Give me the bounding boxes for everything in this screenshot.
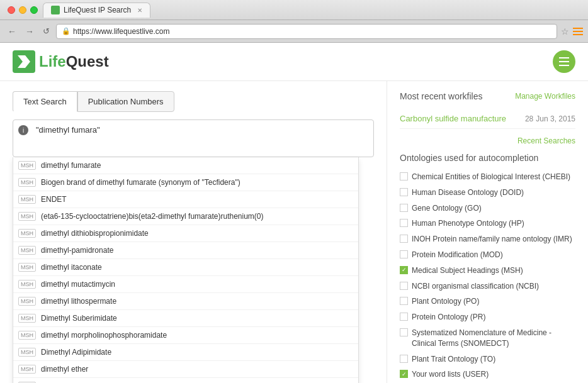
close-window-btn[interactable]: [8, 6, 15, 14]
autocomplete-item-text: (eta6-135-cyclooctatriene)bis(eta2-dimet…: [41, 212, 263, 221]
autocomplete-item[interactable]: MSHdimethyl lithospermate: [13, 293, 358, 310]
autocomplete-item-text: Dimethyl Adipimidate: [41, 348, 111, 357]
autocomplete-item[interactable]: MSHDimethyl Suberimidate: [13, 310, 358, 327]
autocomplete-item[interactable]: MSHdimethyl dithiobispropionimidate: [13, 225, 358, 242]
autocomplete-dropdown: MSHdimethyl fumarateMSHBiogen brand of d…: [13, 157, 359, 383]
reload-button[interactable]: ↺: [40, 25, 52, 37]
ontology-checkbox[interactable]: [400, 235, 408, 243]
autocomplete-item-text: dimethyl mutactimycin: [41, 280, 115, 289]
ontology-item: Human Phenotype Ontology (HP): [400, 216, 575, 231]
ontology-checkbox[interactable]: [400, 370, 408, 378]
autocomplete-item[interactable]: MSH(eta6-135-cyclooctatriene)bis(eta2-di…: [13, 208, 358, 225]
browser-menu-button[interactable]: [573, 28, 583, 35]
logo-icon: [13, 50, 35, 73]
tab-text-search[interactable]: Text Search: [13, 91, 77, 112]
ontology-label: Plant Trait Ontology (TO): [412, 354, 495, 365]
autocomplete-item[interactable]: MSHdimethyl ether: [13, 361, 358, 378]
autocomplete-item[interactable]: MSHDimethyl Adipimidate: [13, 344, 358, 361]
ontologies-title: Ontologies used for autocompletion: [400, 153, 575, 163]
browser-tab[interactable]: LifeQuest IP Search ✕: [43, 3, 150, 18]
autocomplete-item[interactable]: MSHdimethyl morpholinophosphoramidate: [13, 327, 358, 344]
workfile-count: 28: [525, 114, 533, 123]
ontology-item: Protein Modification (MOD): [400, 247, 575, 263]
ontology-label: Plant Ontology (PO): [412, 296, 479, 307]
security-lock-icon: 🔒: [62, 27, 71, 35]
ontology-checkbox[interactable]: [400, 172, 408, 180]
browser-chrome: LifeQuest IP Search ✕ ← → ↺ 🔒 https://ww…: [0, 0, 588, 43]
ontology-checkbox[interactable]: [400, 219, 408, 227]
tab-publication-numbers[interactable]: Publication Numbers: [77, 91, 174, 112]
ontology-item: Plant Ontology (PO): [400, 294, 575, 309]
hamburger-line-2: [559, 61, 569, 62]
autocomplete-item[interactable]: MSHBiogen brand of dimethyl fumarate (sy…: [13, 174, 358, 191]
autocomplete-item[interactable]: MSHENDET: [13, 191, 358, 208]
ontology-checkbox[interactable]: [400, 266, 408, 274]
autocomplete-item-text: Biogen brand of dimethyl fumarate (synon…: [41, 178, 240, 187]
autocomplete-item[interactable]: MSHdimethyl-pamidronate: [13, 242, 358, 259]
msh-badge: MSH: [18, 280, 36, 289]
left-panel: Text Search Publication Numbers i "dimet…: [0, 81, 387, 383]
ontology-item: Plant Trait Ontology (TO): [400, 352, 575, 367]
ontology-item: NCBI organismal classification (NCBI): [400, 279, 575, 294]
search-query-text: "dimethyl fumara": [21, 125, 366, 135]
ontology-item: Gene Ontology (GO): [400, 201, 575, 216]
workfiles-list: Carbonyl sulfide manufacture28Jun 3, 201…: [400, 109, 575, 129]
ontologies-list: Chemical Entities of Biological Interest…: [400, 169, 575, 382]
autocomplete-item[interactable]: MSHdimethyl mutactimycin: [13, 276, 358, 293]
ontology-item: Protein Ontology (PR): [400, 309, 575, 325]
autocomplete-item[interactable]: MSHdimethyl disulfide: [13, 378, 358, 383]
workfile-meta: 28Jun 3, 2015: [525, 114, 575, 123]
address-bar[interactable]: 🔒 https://www.lifequestlive.com: [56, 24, 557, 39]
bookmark-button[interactable]: ☆: [561, 26, 569, 36]
main-layout: Text Search Publication Numbers i "dimet…: [0, 81, 588, 383]
hamburger-line-1: [559, 57, 569, 58]
search-info-icon: i: [18, 125, 28, 135]
ontology-checkbox[interactable]: [400, 250, 408, 258]
ontology-item: Chemical Entities of Biological Interest…: [400, 169, 575, 185]
ontology-item: Human Disease Ontology (DOID): [400, 185, 575, 201]
ontology-checkbox[interactable]: [400, 282, 408, 290]
hamburger-line-3: [559, 65, 569, 66]
ontology-label: Protein Ontology (PR): [412, 312, 485, 323]
autocomplete-item[interactable]: MSHdimethyl itaconate: [13, 259, 358, 276]
site-header: LifeQuest: [0, 43, 588, 81]
autocomplete-item-text: dimethyl dithiobispropionimidate: [41, 229, 149, 238]
maximize-window-btn[interactable]: [30, 6, 38, 14]
workfile-item: Carbonyl sulfide manufacture28Jun 3, 201…: [400, 109, 575, 129]
back-button[interactable]: ←: [5, 25, 19, 38]
page: LifeQuest Text Search Publication Number…: [0, 43, 588, 383]
autocomplete-item-text: ENDET: [41, 195, 67, 204]
ontology-checkbox[interactable]: [400, 297, 408, 305]
forward-button[interactable]: →: [23, 25, 37, 38]
msh-badge: MSH: [18, 263, 36, 272]
msh-badge: MSH: [18, 314, 36, 323]
autocomplete-item-text: dimethyl ether: [41, 365, 88, 374]
ontology-label: INOH Protein name/family name ontology (…: [412, 234, 572, 245]
ontology-label: Medical Subject Headings (MSH): [412, 265, 523, 276]
ontology-checkbox[interactable]: [400, 188, 408, 196]
ontology-checkbox[interactable]: [400, 355, 408, 363]
ontology-checkbox[interactable]: [400, 328, 408, 336]
tab-title: LifeQuest IP Search: [64, 6, 131, 14]
tab-close-icon[interactable]: ✕: [137, 7, 142, 14]
autocomplete-item[interactable]: MSHdimethyl fumarate: [13, 157, 358, 174]
ontology-item: Medical Subject Headings (MSH): [400, 263, 575, 279]
msh-badge: MSH: [18, 229, 36, 238]
hamburger-menu-button[interactable]: [553, 50, 575, 73]
ontology-label: Human Phenotype Ontology (HP): [412, 218, 524, 229]
minimize-window-btn[interactable]: [19, 6, 26, 14]
ontology-label: Human Disease Ontology (DOID): [412, 187, 524, 198]
autocomplete-item-text: dimethyl morpholinophosphoramidate: [41, 331, 167, 340]
ontology-label: Your word lists (USER): [412, 369, 489, 380]
recent-searches-link[interactable]: Recent Searches: [400, 136, 575, 145]
msh-badge: MSH: [18, 365, 36, 374]
ontology-checkbox[interactable]: [400, 204, 408, 212]
manage-workfiles-link[interactable]: Manage Workfiles: [515, 92, 575, 101]
msh-badge: MSH: [18, 297, 36, 306]
ontology-checkbox[interactable]: [400, 313, 408, 321]
search-tabs: Text Search Publication Numbers: [13, 91, 374, 112]
logo-quest: Quest: [66, 53, 109, 70]
traffic-lights: [8, 6, 38, 14]
workfile-name[interactable]: Carbonyl sulfide manufacture: [400, 114, 506, 123]
ontology-item: INOH Protein name/family name ontology (…: [400, 231, 575, 247]
